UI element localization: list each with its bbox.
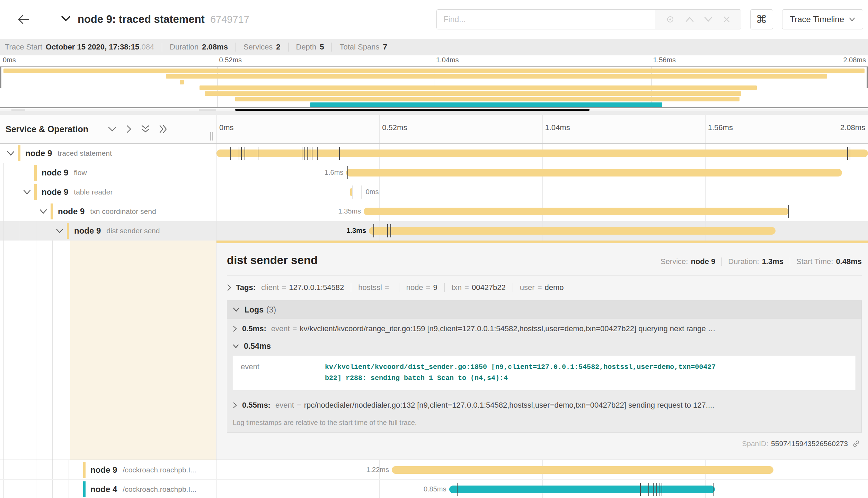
log-field-value: kv/kvclient/kvcoord/range_iter.go:159 [n… xyxy=(300,324,715,333)
span-row-timeline[interactable]: 1.22ms xyxy=(216,460,868,479)
log-entry-expanded-header[interactable]: 0.54ms xyxy=(227,339,861,353)
selected-span-color-bar xyxy=(68,241,70,460)
span-bar[interactable] xyxy=(369,227,776,235)
log-marker-tick xyxy=(373,224,374,237)
back-arrow-icon xyxy=(18,14,29,25)
command-icon: ⌘ xyxy=(756,13,767,26)
span-row-timeline[interactable]: 0ms xyxy=(216,182,868,202)
collapse-one-icon[interactable] xyxy=(108,126,117,132)
span-bar[interactable] xyxy=(364,208,788,215)
indent-guide xyxy=(36,480,36,498)
span-collapse-chevron-icon[interactable] xyxy=(6,151,15,156)
service-name: node 9 xyxy=(25,148,52,158)
deep-link-icon[interactable] xyxy=(852,440,860,448)
span-row-timeline[interactable]: 1.35ms xyxy=(216,202,868,221)
span-row[interactable]: node 9traced statement xyxy=(0,144,868,163)
tags-row[interactable]: Tags: client=127.0.0.1:54582hostssl=node… xyxy=(227,283,862,292)
operation-name: txn coordinator send xyxy=(90,207,156,216)
log-marker-tick xyxy=(310,147,310,160)
timeline-gridline xyxy=(379,182,380,202)
span-rows: node 9traced statementnode 9flow1.6msnod… xyxy=(0,144,868,241)
log-marker-tick xyxy=(850,147,850,160)
span-row-timeline[interactable]: 1.3ms xyxy=(216,221,868,241)
span-collapse-chevron-icon[interactable] xyxy=(23,190,32,195)
indent-guide xyxy=(20,202,20,221)
span-row[interactable]: node 4/cockroach.roachpb.I...0.85ms xyxy=(0,479,868,498)
trace-minimap[interactable] xyxy=(0,66,868,108)
find-box xyxy=(436,9,741,29)
logs-header[interactable]: Logs (3) xyxy=(227,301,861,319)
span-duration-label: 0ms xyxy=(366,188,379,196)
scrollbar-thumb[interactable] xyxy=(235,109,589,111)
span-color-swatch xyxy=(18,145,20,161)
log-marker-tick xyxy=(307,147,308,160)
collapse-all-icon[interactable] xyxy=(141,125,150,134)
minimap-right-scrubber[interactable] xyxy=(867,67,868,88)
collapse-trace-chevron-icon[interactable] xyxy=(61,15,71,24)
find-input[interactable] xyxy=(437,10,655,29)
top-bar: node 9: traced statement 6749717 xyxy=(0,0,868,39)
span-collapse-chevron-icon[interactable] xyxy=(39,209,48,214)
trace-view-selector-label: Trace Timeline xyxy=(790,15,844,24)
service-name: node 9 xyxy=(58,207,85,216)
page-title: node 9: traced statement xyxy=(78,13,205,26)
log-entry-collapsed[interactable]: 0.55ms:event=rpc/nodedialer/nodedialer.g… xyxy=(227,395,861,415)
find-next-icon[interactable] xyxy=(704,17,712,22)
span-row[interactable]: node 9txn coordinator send1.35ms xyxy=(0,202,868,221)
span-row-name-cell[interactable]: node 4/cockroach.roachpb.I... xyxy=(0,480,216,498)
span-row-name-cell[interactable]: node 9traced statement xyxy=(0,144,216,163)
keyboard-shortcuts-button[interactable]: ⌘ xyxy=(750,9,773,29)
span-bar[interactable] xyxy=(346,169,842,176)
span-bar[interactable] xyxy=(350,188,353,196)
span-duration-label: 1.35ms xyxy=(338,207,361,215)
span-row[interactable]: node 9flow1.6ms xyxy=(0,163,868,182)
locate-icon[interactable] xyxy=(666,15,675,24)
find-prev-icon[interactable] xyxy=(685,17,694,22)
span-bar[interactable] xyxy=(449,486,715,493)
span-row-name-cell[interactable]: node 9/cockroach.roachpb.I... xyxy=(0,460,216,479)
span-duration-label: 0.85ms xyxy=(424,485,446,493)
log-entry-collapsed[interactable]: 0.5ms:event=kv/kvclient/kvcoord/range_it… xyxy=(227,319,861,339)
indent-guide xyxy=(69,460,69,479)
span-row[interactable]: node 9/cockroach.roachpb.I...1.22ms xyxy=(0,460,868,479)
service-name: node 9 xyxy=(42,168,68,178)
span-row-name-cell[interactable]: node 9txn coordinator send xyxy=(0,202,216,221)
log-timestamp: 0.5ms: xyxy=(242,324,266,333)
span-row-timeline[interactable]: 1.6ms xyxy=(216,163,868,182)
indent-guide xyxy=(69,480,69,498)
span-row-name-cell[interactable]: node 9flow xyxy=(0,163,216,182)
span-bar[interactable] xyxy=(216,150,868,157)
logs-section: Logs (3) 0.5ms:event=kv/kvclient/kvcoord… xyxy=(227,300,862,433)
span-row-timeline[interactable]: 0.85ms xyxy=(216,480,868,498)
tag-item: node=9 xyxy=(406,283,437,292)
expand-one-icon[interactable] xyxy=(126,125,132,134)
trace-view-selector[interactable]: Trace Timeline xyxy=(782,9,863,29)
log-marker-tick xyxy=(230,147,231,160)
find-clear-icon[interactable] xyxy=(723,16,730,23)
minimap-span-bar xyxy=(3,69,865,73)
span-row-name-cell[interactable]: node 9dist sender send xyxy=(0,221,216,241)
operation-name: /cockroach.roachpb.I... xyxy=(123,485,196,494)
span-bar[interactable] xyxy=(392,466,773,474)
column-resizer-handle[interactable] xyxy=(209,132,213,141)
log-marker-tick xyxy=(245,147,245,160)
span-row[interactable]: node 9dist sender send1.3ms xyxy=(0,221,868,241)
span-row-timeline[interactable] xyxy=(216,144,868,163)
minimap-span-bar xyxy=(205,91,741,96)
span-row-name-cell[interactable]: node 9table reader xyxy=(0,182,216,202)
chevron-down-icon xyxy=(233,307,240,312)
minimap-left-scrubber[interactable] xyxy=(0,67,1,88)
indent-guide xyxy=(3,202,4,221)
expand-all-icon[interactable] xyxy=(159,125,168,134)
log-marker-tick xyxy=(317,147,318,160)
span-color-swatch xyxy=(51,203,53,219)
selected-span-indent-highlight xyxy=(70,241,216,460)
log-field-value: kv/kvclient/kvcoord/dist_sender.go:1850 … xyxy=(325,356,727,390)
log-marker-tick xyxy=(312,147,312,160)
log-marker-tick xyxy=(347,166,348,179)
span-row[interactable]: node 9table reader0ms xyxy=(0,182,868,202)
span-color-swatch xyxy=(34,165,37,181)
operation-name: table reader xyxy=(74,188,113,196)
back-button[interactable] xyxy=(0,0,47,39)
span-collapse-chevron-icon[interactable] xyxy=(55,228,64,234)
